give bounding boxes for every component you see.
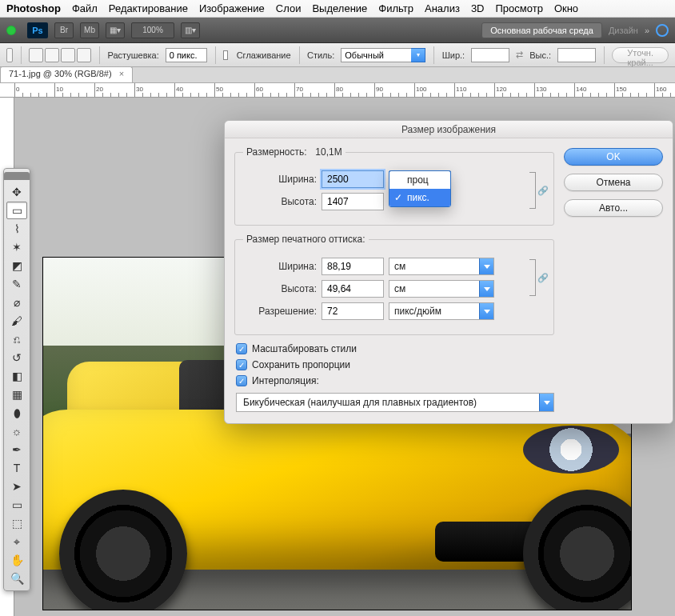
feather-input[interactable] xyxy=(166,48,207,62)
zoom-tool[interactable]: 🔍 xyxy=(6,570,27,587)
pixel-height-input[interactable] xyxy=(322,193,384,210)
print-height-unit-value: см xyxy=(394,283,405,294)
eyedropper-tool[interactable]: ✎ xyxy=(6,275,27,293)
close-tab-icon[interactable]: × xyxy=(119,69,124,78)
pen-tool[interactable]: ✒ xyxy=(6,441,27,458)
arrange-documents-button[interactable]: ▥▾ xyxy=(181,22,200,38)
new-selection-icon[interactable] xyxy=(29,48,43,62)
style-select-value[interactable] xyxy=(341,48,411,62)
document-tab[interactable]: 71-1.jpg @ 30% (RGB/8#) × xyxy=(0,66,133,82)
chevron-down-icon[interactable] xyxy=(479,258,493,274)
style-label: Стиль: xyxy=(307,50,334,60)
quick-select-tool[interactable]: ✶ xyxy=(6,238,27,256)
menu-select[interactable]: Выделение xyxy=(312,2,367,14)
constrain-proportions-checkbox[interactable]: ✓ xyxy=(236,359,247,370)
print-size-group: Размер печатного оттиска: Ширина: см Выс… xyxy=(234,234,554,335)
path-select-tool[interactable]: ➤ xyxy=(6,478,27,495)
menu-view[interactable]: Просмотр xyxy=(496,2,543,14)
history-brush-tool[interactable]: ↺ xyxy=(6,349,27,366)
lasso-tool[interactable]: ⌇ xyxy=(6,220,27,238)
resolution-label: Разрешение: xyxy=(243,306,317,317)
feather-label: Растушевка: xyxy=(107,50,158,60)
bridge-button[interactable]: Br xyxy=(54,22,74,38)
interpolation-select[interactable]: Бикубическая (наилучшая для плавных град… xyxy=(236,393,554,412)
subtract-selection-icon[interactable] xyxy=(61,48,75,62)
intersect-selection-icon[interactable] xyxy=(77,48,91,62)
menu-filter[interactable]: Фильтр xyxy=(378,2,413,14)
screen-mode-button[interactable]: ▦▾ xyxy=(106,22,125,38)
menu-analysis[interactable]: Анализ xyxy=(425,2,460,14)
resolution-unit-select[interactable]: пикс/дюйм xyxy=(389,302,494,320)
add-selection-icon[interactable] xyxy=(45,48,59,62)
dimensions-label: Размерность: xyxy=(246,146,307,158)
eraser-tool[interactable]: ◧ xyxy=(6,367,27,385)
crop-tool[interactable]: ◩ xyxy=(6,257,27,274)
unit-option-percent[interactable]: проц xyxy=(389,171,450,189)
print-width-unit-value: см xyxy=(394,261,405,272)
unit-option-pixels[interactable]: пикс. xyxy=(389,189,450,206)
chevron-down-icon[interactable] xyxy=(479,303,493,319)
workspace-switcher[interactable]: Основная рабочая среда xyxy=(481,22,602,38)
cancel-button[interactable]: Отмена xyxy=(564,174,663,191)
3d-camera-tool[interactable]: ⌖ xyxy=(6,533,27,550)
workspace-design-label[interactable]: Дизайн xyxy=(609,26,638,35)
menu-layers[interactable]: Слои xyxy=(276,2,302,14)
marquee-tool[interactable]: ▭ xyxy=(6,202,27,219)
gradient-tool[interactable]: ▦ xyxy=(6,386,27,403)
height-input xyxy=(557,48,596,62)
tools-panel[interactable]: ✥ ▭ ⌇ ✶ ◩ ✎ ⌀ 🖌 ⎌ ↺ ◧ ▦ ⬮ ☼ ✒ T ➤ ▭ ⬚ ⌖ … xyxy=(3,168,30,591)
brush-tool[interactable]: 🖌 xyxy=(6,312,27,330)
shape-tool[interactable]: ▭ xyxy=(6,496,27,514)
print-width-input[interactable] xyxy=(322,258,384,275)
unit-dropdown[interactable]: проц пикс. xyxy=(389,170,451,207)
move-tool[interactable]: ✥ xyxy=(6,183,27,201)
style-select[interactable]: ▾ xyxy=(341,48,425,62)
print-height-label: Высота: xyxy=(243,283,317,294)
print-height-input[interactable] xyxy=(322,280,384,298)
selection-mode-group xyxy=(29,48,91,62)
resample-checkbox[interactable]: ✓ xyxy=(236,375,247,386)
hand-tool[interactable]: ✋ xyxy=(6,551,27,569)
tool-preset-icon[interactable] xyxy=(6,48,13,62)
3d-tool[interactable]: ⬚ xyxy=(6,514,27,532)
print-link-icon[interactable]: 🔗 xyxy=(529,256,545,299)
blur-tool[interactable]: ⬮ xyxy=(6,404,27,422)
clone-stamp-tool[interactable]: ⎌ xyxy=(6,330,27,348)
dodge-tool[interactable]: ☼ xyxy=(6,422,27,440)
swap-dimensions-icon: ⇄ xyxy=(516,50,523,60)
auto-button[interactable]: Авто... xyxy=(564,199,663,217)
pixel-dimensions-group: Размерность: 10,1M Ширина: проц xyxy=(234,146,554,226)
pixel-width-label: Ширина: xyxy=(243,174,317,185)
menu-3d[interactable]: 3D xyxy=(471,2,485,14)
print-width-unit-select[interactable]: см xyxy=(389,258,494,275)
ps-logo-icon: Ps xyxy=(27,22,48,38)
minibridge-button[interactable]: Mb xyxy=(80,22,99,38)
panel-grip-icon[interactable] xyxy=(4,172,30,180)
menu-image[interactable]: Изображение xyxy=(199,2,265,14)
pixel-width-input[interactable] xyxy=(322,170,384,188)
image-size-dialog: Размер изображения Размерность: 10,1M Ши… xyxy=(224,120,673,424)
resolution-input[interactable] xyxy=(322,302,384,320)
type-tool[interactable]: T xyxy=(6,459,27,477)
menu-window[interactable]: Окно xyxy=(554,2,578,14)
chevron-updown-icon[interactable]: ▾ xyxy=(411,48,425,62)
horizontal-ruler: /* ticks rendered below via JS */ 010203… xyxy=(0,83,675,98)
workspace: ✥ ▭ ⌇ ✶ ◩ ✎ ⌀ 🖌 ⎌ ↺ ◧ ▦ ⬮ ☼ ✒ T ➤ ▭ ⬚ ⌖ … xyxy=(0,98,675,616)
overflow-chevron-icon[interactable]: » xyxy=(645,26,649,35)
print-size-legend: Размер печатного оттиска: xyxy=(243,234,369,245)
menu-edit[interactable]: Редактирование xyxy=(109,2,188,14)
print-height-unit-select[interactable]: см xyxy=(389,280,494,298)
height-label: Выс.: xyxy=(529,50,551,60)
zoom-level-select[interactable]: 100% xyxy=(131,22,174,38)
scale-styles-checkbox[interactable]: ✓ xyxy=(236,343,247,354)
chevron-down-icon[interactable] xyxy=(479,281,493,297)
healing-brush-tool[interactable]: ⌀ xyxy=(6,294,27,311)
menu-file[interactable]: Файл xyxy=(72,2,98,14)
chevron-down-icon[interactable] xyxy=(539,394,553,411)
traffic-light-green-icon[interactable] xyxy=(6,26,16,35)
ok-button[interactable]: OK xyxy=(564,148,663,166)
antialias-checkbox xyxy=(223,50,228,60)
pixel-link-icon[interactable]: 🔗 xyxy=(529,169,545,212)
app-name: Photoshop xyxy=(6,2,61,14)
search-icon[interactable] xyxy=(656,24,669,37)
